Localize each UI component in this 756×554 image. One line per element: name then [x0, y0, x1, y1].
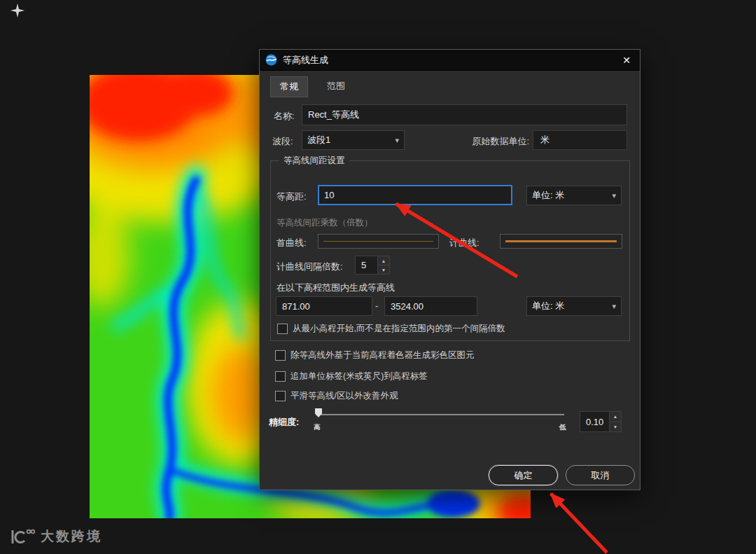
- precision-low-label: 低: [559, 423, 566, 432]
- primary-line-label: 首曲线:: [276, 237, 307, 249]
- arrow-to-ok-button: [551, 494, 607, 553]
- ok-button[interactable]: 确定: [489, 465, 558, 485]
- interval-label: 等高距:: [276, 191, 307, 203]
- primary-line-sample: [323, 241, 433, 242]
- spin-up-icon[interactable]: ▲: [610, 412, 621, 422]
- range-min-input[interactable]: [276, 296, 372, 316]
- index-interval-spinner[interactable]: 5 ▲ ▼: [355, 256, 390, 275]
- color-fill-checkbox-label: 除等高线外基于当前高程着色器生成彩色区图元: [290, 349, 475, 361]
- index-line-style-picker[interactable]: [500, 234, 622, 249]
- spin-down-icon[interactable]: ▼: [378, 265, 389, 274]
- name-label: 名称:: [274, 110, 295, 123]
- chevron-down-icon: ▾: [612, 191, 616, 200]
- color-fill-checkbox-row[interactable]: 除等高线外基于当前高程着色器生成彩色区图元: [275, 349, 475, 361]
- elevation-range-title: 在以下高程范围内生成等高线: [276, 282, 395, 294]
- chevron-down-icon: ▾: [395, 136, 399, 145]
- range-separator: -: [375, 300, 378, 311]
- precision-label: 精细度:: [269, 416, 299, 429]
- min-start-checkbox-row[interactable]: 从最小高程开始,而不是在指定范围内的第一个间隔倍数: [277, 323, 505, 335]
- range-max-input[interactable]: [384, 296, 477, 316]
- min-start-checkbox[interactable]: [277, 324, 288, 334]
- dialog-titlebar[interactable]: 等高线生成 ✕: [260, 50, 640, 71]
- multiplier-label: 等高线间距乘数（倍数）: [276, 217, 373, 229]
- app-icon: [10, 3, 25, 18]
- source-unit-label: 原始数据单位:: [442, 135, 529, 148]
- chevron-down-icon: ▾: [612, 302, 616, 311]
- band-select-value: 波段1: [307, 134, 330, 146]
- smooth-checkbox[interactable]: [275, 391, 286, 401]
- name-input[interactable]: [302, 104, 627, 125]
- globe-icon: [265, 54, 277, 66]
- precision-slider-track[interactable]: [316, 414, 564, 415]
- cancel-button[interactable]: 取消: [566, 465, 635, 485]
- index-line-label: 计曲线:: [449, 237, 479, 249]
- application-window: 等高线生成 ✕ 常规 范围 名称: 波段: 波段1 ▾ 原始数据单位: 米 等高…: [0, 0, 756, 554]
- interval-settings-group: 等高线间距设置 等高距: 单位: 米 ▾ 等高线间距乘数（倍数） 首曲线: 计曲…: [270, 160, 630, 341]
- smooth-checkbox-label: 平滑等高线/区以外改善外观: [290, 390, 398, 402]
- index-interval-label: 计曲线间隔倍数:: [276, 261, 343, 273]
- source-unit-value: 米: [533, 130, 627, 150]
- watermark: 大数跨境: [10, 527, 102, 546]
- interval-input[interactable]: [318, 185, 512, 205]
- min-start-checkbox-label: 从最小高程开始,而不是在指定范围内的第一个间隔倍数: [293, 323, 505, 335]
- interval-unit-select[interactable]: 单位: 米 ▾: [526, 186, 622, 205]
- watermark-logo-icon: [10, 527, 35, 546]
- range-unit-select[interactable]: 单位: 米 ▾: [526, 296, 622, 316]
- color-fill-checkbox[interactable]: [275, 350, 286, 361]
- spin-up-icon[interactable]: ▲: [378, 256, 389, 265]
- band-select[interactable]: 波段1 ▾: [302, 130, 405, 150]
- index-line-sample: [505, 240, 617, 242]
- precision-slider-handle[interactable]: [315, 408, 322, 417]
- dialog-title: 等高线生成: [283, 54, 328, 67]
- append-unit-checkbox-row[interactable]: 追加单位标签(米或英尺)到高程标签: [275, 371, 428, 382]
- contour-generation-dialog: 等高线生成 ✕ 常规 范围 名称: 波段: 波段1 ▾ 原始数据单位: 米 等高…: [259, 49, 640, 490]
- tab-general[interactable]: 常规: [270, 76, 308, 97]
- spin-down-icon[interactable]: ▼: [610, 422, 621, 432]
- primary-line-style-picker[interactable]: [318, 234, 439, 249]
- watermark-text: 大数跨境: [41, 527, 102, 546]
- tab-range[interactable]: 范围: [316, 76, 356, 96]
- band-label: 波段:: [272, 135, 293, 148]
- precision-high-label: 高: [314, 423, 321, 432]
- close-icon[interactable]: ✕: [616, 50, 637, 71]
- group-title: 等高线间距设置: [279, 155, 349, 167]
- append-unit-checkbox[interactable]: [275, 371, 286, 382]
- smooth-checkbox-row[interactable]: 平滑等高线/区以外改善外观: [275, 390, 398, 402]
- append-unit-checkbox-label: 追加单位标签(米或英尺)到高程标签: [290, 371, 428, 382]
- precision-spinner[interactable]: 0.10 ▲ ▼: [580, 411, 622, 432]
